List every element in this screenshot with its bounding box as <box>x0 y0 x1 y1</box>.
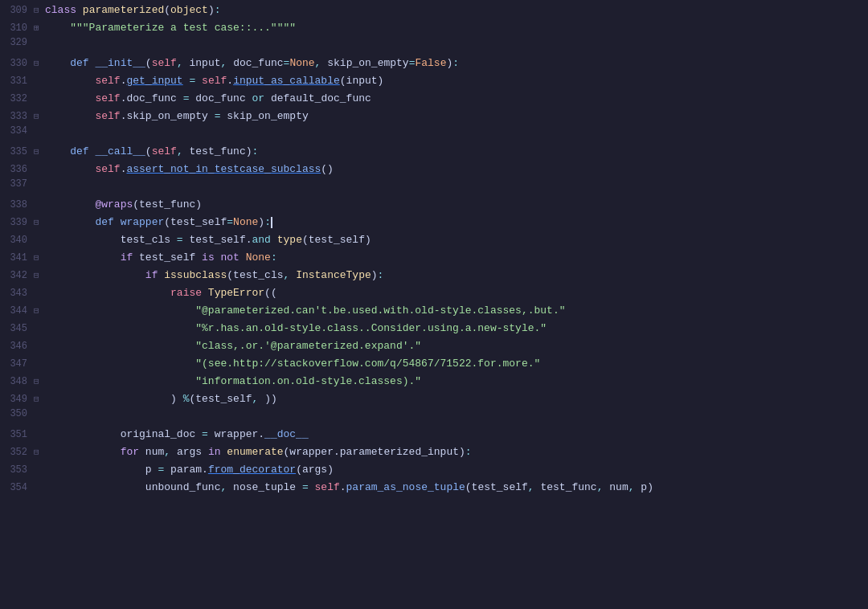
fold-329 <box>34 38 45 47</box>
line-num-336: 336 <box>0 164 34 175</box>
line-num-350: 350 <box>0 408 34 419</box>
line-content-354: unbound_func, nose_tuple = self.param_as… <box>45 479 860 497</box>
line-num-309: 309 <box>0 5 34 16</box>
line-338: 338 @wraps(test_func) <box>0 196 868 214</box>
line-content-353: p = param.from_decorator(args) <box>45 461 860 479</box>
line-content-347: "(see.http://stackoverflow.com/q/54867/7… <box>45 355 860 373</box>
line-num-310: 310 <box>0 22 34 34</box>
line-num-337: 337 <box>0 178 34 190</box>
line-350: 350 <box>0 408 868 426</box>
line-num-341: 341 <box>0 252 34 264</box>
fold-353 <box>34 465 45 475</box>
fold-345 <box>34 324 45 333</box>
line-content-333: self.skip_on_empty = skip_on_empty <box>45 108 860 125</box>
line-num-354: 354 <box>0 482 34 493</box>
line-content-330: def __init__(self, input, doc_func=None,… <box>45 55 860 72</box>
line-content-336: self.assert_not_in_testcase_subclass() <box>45 161 860 178</box>
line-344: 344 ⊟ "@parameterized.can't.be.used.with… <box>0 302 868 320</box>
fold-330[interactable]: ⊟ <box>34 58 45 68</box>
fold-344[interactable]: ⊟ <box>34 305 45 316</box>
line-content-338: @wraps(test_func) <box>45 196 860 214</box>
line-310: 310 ⊞ """Parameterize a test case::...""… <box>0 19 868 37</box>
line-330: 330 ⊟ def __init__(self, input, doc_func… <box>0 55 868 72</box>
line-content-310: """Parameterize a test case::..."""" <box>45 19 860 37</box>
line-332: 332 self.doc_func = doc_func or default_… <box>0 90 868 108</box>
fold-354 <box>34 483 45 493</box>
line-content-346: "class,.or.'@parameterized.expand'." <box>45 337 860 355</box>
fold-342[interactable]: ⊟ <box>34 270 45 280</box>
fold-349[interactable]: ⊟ <box>34 394 45 404</box>
line-353: 353 p = param.from_decorator(args) <box>0 461 868 479</box>
fold-338 <box>34 200 45 210</box>
fold-334 <box>34 126 45 136</box>
line-341: 341 ⊟ if test_self is not None: <box>0 249 868 267</box>
line-329: 329 <box>0 37 868 55</box>
line-num-332: 332 <box>0 93 34 104</box>
fold-341[interactable]: ⊟ <box>34 252 45 263</box>
fold-343 <box>34 288 45 298</box>
line-342: 342 ⊟ if issubclass(test_cls, InstanceTy… <box>0 267 868 284</box>
line-349: 349 ⊟ ) %(test_self, )) <box>0 390 868 408</box>
fold-348[interactable]: ⊟ <box>34 376 45 386</box>
line-339: 339 ⊟ def wrapper(test_self=None): <box>0 214 868 231</box>
fold-351 <box>34 430 45 439</box>
line-340: 340 test_cls = test_self.and type(test_s… <box>0 231 868 249</box>
line-num-353: 353 <box>0 464 34 476</box>
fold-335[interactable]: ⊟ <box>34 146 45 157</box>
line-content-340: test_cls = test_self.and type(test_self) <box>45 231 860 249</box>
line-num-349: 349 <box>0 394 34 405</box>
code-editor: 309 ⊟ class parameterized(object): 310 ⊞… <box>0 0 868 609</box>
fold-310[interactable]: ⊞ <box>34 22 45 33</box>
line-331: 331 self.get_input = self.input_as_calla… <box>0 72 868 90</box>
line-content-349: ) %(test_self, )) <box>45 390 860 408</box>
line-335: 335 ⊟ def __call__(self, test_func): <box>0 143 868 161</box>
line-content-343: raise TypeError(( <box>45 284 860 302</box>
line-num-329: 329 <box>0 37 34 48</box>
line-num-345: 345 <box>0 323 34 334</box>
line-content-331: self.get_input = self.input_as_callable(… <box>45 72 860 90</box>
line-content-335: def __call__(self, test_func): <box>45 143 860 161</box>
line-num-331: 331 <box>0 76 34 87</box>
line-347: 347 "(see.http://stackoverflow.com/q/548… <box>0 355 868 373</box>
line-345: 345 "%r.has.an.old-style.class..Consider… <box>0 320 868 337</box>
line-num-344: 344 <box>0 305 34 317</box>
fold-332 <box>34 94 45 104</box>
line-num-335: 335 <box>0 146 34 157</box>
line-334: 334 <box>0 125 868 143</box>
fold-347 <box>34 359 45 369</box>
fold-340 <box>34 235 45 245</box>
line-num-346: 346 <box>0 341 34 352</box>
line-content-344: "@parameterized.can't.be.used.with.old-s… <box>45 302 860 320</box>
line-content-351: original_doc = wrapper.__doc__ <box>45 426 860 443</box>
line-num-333: 333 <box>0 111 34 122</box>
line-content-345: "%r.has.an.old-style.class..Consider.usi… <box>45 320 860 337</box>
line-333: 333 ⊟ self.skip_on_empty = skip_on_empty <box>0 108 868 125</box>
line-num-352: 352 <box>0 447 34 458</box>
line-content-309: class parameterized(object): <box>45 2 860 19</box>
line-354: 354 unbound_func, nose_tuple = self.para… <box>0 479 868 497</box>
line-348: 348 ⊟ "information.on.old-style.classes)… <box>0 373 868 390</box>
fold-336 <box>34 165 45 174</box>
line-content-332: self.doc_func = doc_func or default_doc_… <box>45 90 860 108</box>
line-337: 337 <box>0 178 868 196</box>
line-352: 352 ⊟ for num, args in enumerate(wrapper… <box>0 443 868 461</box>
line-num-334: 334 <box>0 125 34 137</box>
line-content-352: for num, args in enumerate(wrapper.param… <box>45 443 860 461</box>
line-num-347: 347 <box>0 358 34 370</box>
fold-339[interactable]: ⊟ <box>34 217 45 227</box>
line-content-339: def wrapper(test_self=None): <box>45 214 860 231</box>
fold-352[interactable]: ⊟ <box>34 447 45 457</box>
fold-350 <box>34 409 45 419</box>
line-num-343: 343 <box>0 288 34 299</box>
line-content-341: if test_self is not None: <box>45 249 860 267</box>
line-content-348: "information.on.old-style.classes)." <box>45 373 860 390</box>
line-309: 309 ⊟ class parameterized(object): <box>0 2 868 19</box>
line-336: 336 self.assert_not_in_testcase_subclass… <box>0 161 868 178</box>
line-num-348: 348 <box>0 376 34 387</box>
line-num-338: 338 <box>0 199 34 210</box>
line-343: 343 raise TypeError(( <box>0 284 868 302</box>
fold-346 <box>34 341 45 351</box>
line-346: 346 "class,.or.'@parameterized.expand'." <box>0 337 868 355</box>
fold-309[interactable]: ⊟ <box>34 5 45 15</box>
fold-333[interactable]: ⊟ <box>34 111 45 121</box>
